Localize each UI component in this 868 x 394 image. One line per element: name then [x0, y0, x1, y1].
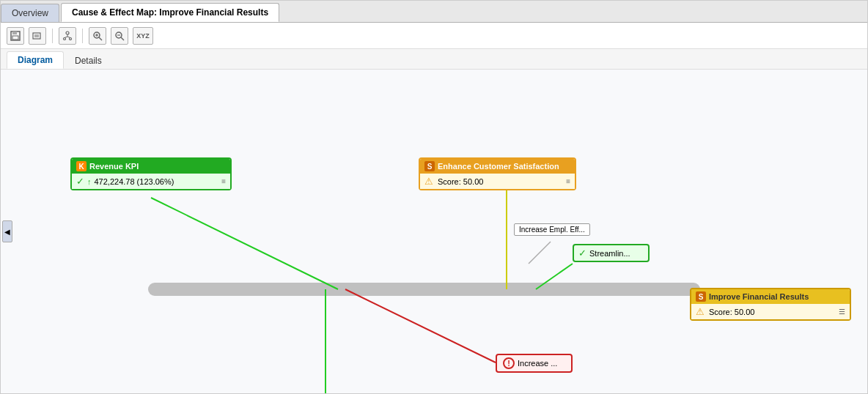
save-button[interactable] — [7, 27, 24, 45]
tab-overview[interactable]: Overview — [1, 4, 59, 22]
revenue-kpi-title: Revenue KPI — [89, 162, 139, 171]
error-icon: ! — [503, 357, 515, 369]
sub-tab-diagram[interactable]: Diagram — [7, 51, 64, 69]
increase-empl-label: Increase Empl. Eff... — [519, 226, 585, 234]
revenue-kpi-value: 472,224.78 (123.06%) — [95, 177, 174, 186]
filter-icon-3[interactable]: ☰ — [839, 308, 845, 316]
collapse-button[interactable]: ◀ — [2, 220, 12, 242]
revenue-kpi-node[interactable]: K Revenue KPI ✓ ↑ 472,224.78 (123.06%) ≡ — [70, 157, 232, 190]
save-icon — [10, 31, 21, 41]
separator-1 — [52, 29, 53, 43]
svg-rect-1 — [12, 31, 17, 34]
enhance-customer-node[interactable]: S Enhance Customer Satisfaction ⚠ Score:… — [419, 157, 576, 190]
enhance-customer-title: Enhance Customer Satisfaction — [438, 162, 559, 171]
org-icon — [62, 31, 73, 41]
app-container: Overview Cause & Effect Map: Improve Fin… — [0, 0, 868, 394]
svg-point-6 — [66, 31, 69, 34]
diagram-svg — [1, 70, 867, 393]
svg-line-13 — [99, 37, 102, 40]
zoom-out-button[interactable] — [111, 27, 128, 45]
sub-tab-details[interactable]: Details — [64, 52, 113, 69]
toolbar: XYZ — [1, 23, 867, 49]
svg-line-23 — [529, 242, 551, 264]
svg-line-25 — [345, 289, 496, 363]
svg-line-11 — [67, 37, 70, 38]
zoom-in-icon — [92, 31, 103, 41]
filter-icon[interactable]: ≡ — [221, 177, 226, 185]
warning-icon-2: ⚠ — [696, 306, 705, 317]
tab-cause-effect[interactable]: Cause & Effect Map: Improve Financial Re… — [61, 3, 279, 22]
strategy-icon-1: S — [424, 161, 435, 171]
zoom-out-icon — [114, 31, 125, 41]
xyz-button[interactable]: XYZ — [133, 27, 153, 45]
svg-line-10 — [65, 37, 67, 38]
check-icon: ✓ — [76, 176, 84, 187]
svg-line-17 — [121, 37, 124, 40]
improve-financial-node[interactable]: S Improve Financial Results ⚠ Score: 50.… — [690, 288, 851, 321]
org-button[interactable] — [59, 27, 76, 45]
streamline-small-label: Streamlin... — [589, 249, 630, 258]
diagram-area: ◀ K Revenue KPI ✓ — [1, 70, 867, 393]
zoom-in-button[interactable] — [89, 27, 106, 45]
svg-line-22 — [536, 264, 573, 289]
improve-financial-score: Score: 50.00 — [705, 308, 839, 316]
warning-icon-1: ⚠ — [424, 176, 433, 187]
svg-rect-3 — [33, 33, 40, 39]
svg-point-7 — [64, 37, 66, 40]
streamline-small-node[interactable]: ✓ Streamlin... — [573, 244, 650, 262]
svg-line-20 — [151, 198, 338, 289]
svg-rect-2 — [12, 36, 18, 40]
kpi-icon: K — [76, 161, 87, 171]
enhance-customer-score: Score: 50.00 — [433, 177, 566, 186]
tab-bar: Overview Cause & Effect Map: Improve Fin… — [1, 1, 867, 23]
increase-empl-node[interactable]: Increase Empl. Eff... — [514, 223, 590, 236]
sub-tab-bar: Diagram Details — [1, 49, 867, 70]
edit-button[interactable] — [29, 27, 46, 45]
separator-2 — [82, 29, 83, 43]
increase-node[interactable]: ! Increase ... — [496, 354, 573, 373]
filter-icon-2[interactable]: ≡ — [566, 177, 570, 185]
strategy-icon-2: S — [696, 291, 706, 302]
svg-point-8 — [70, 37, 72, 40]
check-icon-2: ✓ — [578, 248, 586, 259]
edit-icon — [32, 31, 43, 41]
trend-up-icon: ↑ — [87, 177, 92, 186]
increase-label: Increase ... — [518, 359, 557, 368]
improve-financial-title: Improve Financial Results — [709, 292, 809, 301]
